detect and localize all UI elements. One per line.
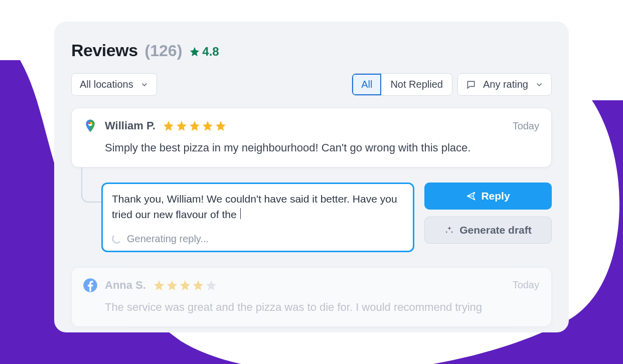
star-filled-icon bbox=[189, 120, 201, 132]
location-filter-label: All locations bbox=[80, 79, 133, 90]
reply-row: Thank you, William! We couldn't have sai… bbox=[71, 183, 552, 252]
segment-all[interactable]: All bbox=[352, 74, 381, 95]
star-empty-icon bbox=[205, 279, 217, 291]
reply-actions: Reply Generate draft bbox=[424, 183, 552, 252]
star-filled-icon bbox=[202, 120, 214, 132]
text-cursor bbox=[240, 208, 241, 219]
star-rating bbox=[163, 120, 227, 132]
review-card: William P. Today Simply the best pizza i… bbox=[71, 108, 552, 167]
review-time: Today bbox=[513, 279, 539, 291]
filters-row: All locations All Not Replied Any rating bbox=[71, 73, 552, 96]
location-filter-dropdown[interactable]: All locations bbox=[71, 73, 157, 96]
review-header: William P. Today bbox=[83, 118, 539, 133]
reply-draft-content: Thank you, William! We couldn't have sai… bbox=[112, 193, 397, 221]
reply-button-label: Reply bbox=[481, 190, 510, 202]
segment-not-replied[interactable]: Not Replied bbox=[381, 74, 452, 95]
star-filled-icon bbox=[163, 120, 175, 132]
star-filled-icon bbox=[192, 279, 204, 291]
review-text: The service was great and the pizza was … bbox=[83, 300, 539, 315]
reply-status-segmented: All Not Replied bbox=[352, 73, 452, 96]
reviews-count: (126) bbox=[145, 42, 183, 60]
reviews-panel: Reviews (126) 4.8 All locations All Not … bbox=[54, 22, 569, 332]
spinner-icon bbox=[112, 234, 122, 244]
reviewer-name: Anna S. bbox=[105, 279, 146, 292]
reply-button[interactable]: Reply bbox=[424, 183, 552, 210]
star-filled-icon bbox=[179, 279, 191, 291]
star-filled-icon bbox=[153, 279, 165, 291]
chevron-down-icon bbox=[140, 81, 148, 89]
rating-filter-label: Any rating bbox=[483, 79, 528, 90]
average-rating-value: 4.8 bbox=[202, 45, 219, 59]
generate-draft-button[interactable]: Generate draft bbox=[424, 217, 552, 244]
average-rating-badge: 4.8 bbox=[189, 45, 219, 59]
send-icon bbox=[466, 191, 476, 201]
star-rating bbox=[153, 279, 217, 291]
generating-status-label: Generating reply... bbox=[127, 233, 209, 245]
star-filled-icon bbox=[215, 120, 227, 132]
review-time: Today bbox=[513, 120, 539, 132]
page-title: Reviews bbox=[71, 41, 138, 60]
reply-draft-text: Thank you, William! We couldn't have sai… bbox=[112, 191, 404, 226]
review-header: Anna S. Today bbox=[83, 278, 539, 293]
facebook-icon bbox=[83, 278, 98, 293]
star-filled-icon bbox=[176, 120, 188, 132]
reply-textarea[interactable]: Thank you, William! We couldn't have sai… bbox=[101, 183, 414, 252]
panel-header: Reviews (126) 4.8 bbox=[71, 41, 552, 60]
thread-connector bbox=[81, 167, 101, 203]
sparkle-icon bbox=[444, 225, 454, 235]
rating-filter-dropdown[interactable]: Any rating bbox=[457, 73, 552, 96]
star-filled-icon bbox=[166, 279, 178, 291]
generate-draft-label: Generate draft bbox=[459, 224, 532, 236]
google-maps-pin-icon bbox=[83, 118, 98, 133]
chevron-down-icon bbox=[535, 81, 543, 89]
review-text: Simply the best pizza in my neighbourhoo… bbox=[83, 140, 539, 156]
generating-status: Generating reply... bbox=[112, 233, 404, 245]
star-icon bbox=[189, 46, 200, 57]
reviewer-name: William P. bbox=[105, 119, 155, 132]
chat-bubble-icon bbox=[466, 80, 476, 90]
review-card: Anna S. Today The service was great and … bbox=[71, 267, 552, 327]
